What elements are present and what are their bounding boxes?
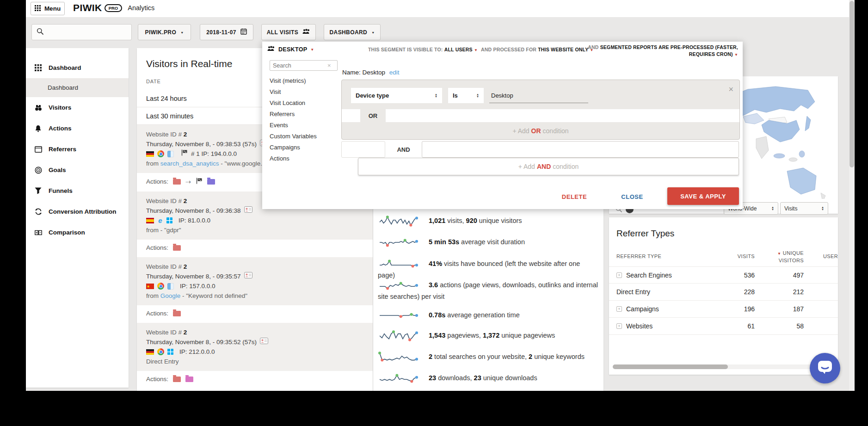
visit-datetime: Thursday, November 8, - 09:38:53 (57s) xyxy=(146,139,257,149)
dimension-group-campaigns[interactable]: Campaigns xyxy=(270,142,317,153)
macos-icon xyxy=(167,283,174,290)
condition-value-input[interactable]: Desktop xyxy=(489,88,588,103)
dimension-search[interactable]: × xyxy=(270,60,338,71)
chevron-down-icon: ▼ xyxy=(474,48,478,52)
toolbar-search[interactable] xyxy=(31,24,132,40)
segment-name-dropdown[interactable]: DESKTOP ▼ xyxy=(267,46,314,53)
visitor-profile-icon[interactable] xyxy=(260,337,268,347)
bell-icon xyxy=(34,125,42,132)
column-visits[interactable]: VISITS xyxy=(738,253,755,259)
sidebar-item-conversion-attribution[interactable]: Conversion Attribution xyxy=(26,201,129,222)
visit-datetime: Thursday, November 8, - 09:35:57 xyxy=(146,272,241,281)
page-folder-pink-icon[interactable] xyxy=(185,377,193,382)
panel-title: Referrer Types xyxy=(609,217,838,239)
clear-search-icon[interactable]: × xyxy=(327,62,331,69)
add-and-condition-button[interactable]: + AddANDcondition xyxy=(358,158,739,175)
operator-select[interactable]: Is ▲▼ xyxy=(448,88,484,103)
referrer-link[interactable]: Google xyxy=(160,292,181,299)
row-label: Websites xyxy=(626,322,653,330)
unique-visitors-value: 187 xyxy=(793,305,804,313)
visitor-profile-icon[interactable] xyxy=(244,272,252,281)
visibility-setting[interactable]: THIS SEGMENT IS VISIBLE TO: ALL USERS ▼ xyxy=(368,47,478,52)
edit-name-link[interactable]: edit xyxy=(389,69,400,76)
visitor-profile-icon[interactable] xyxy=(244,206,252,216)
sidebar-item-label: Referrers xyxy=(49,146,76,153)
date-picker-button[interactable]: 2018-11-07 xyxy=(200,24,253,40)
sidebar-item-actions[interactable]: Actions xyxy=(26,118,129,139)
metric-row-actions: 3.6 actions (page views, downloads, outl… xyxy=(378,278,599,301)
condition-group: Device type ▲▼ Is ▲▼ Desktop × OR + AddO… xyxy=(341,80,740,140)
dimension-search-input[interactable] xyxy=(273,62,327,69)
scrollbar-thumb[interactable] xyxy=(850,1,854,167)
expand-icon[interactable]: + xyxy=(616,306,622,312)
horizontal-scrollbar[interactable] xyxy=(613,364,834,369)
menu-button[interactable]: Menu xyxy=(31,2,65,15)
dimension-select[interactable]: Device type ▲▼ xyxy=(351,88,442,103)
scrollbar-thumb[interactable] xyxy=(613,364,728,369)
sidebar-item-visitors[interactable]: Visitors xyxy=(26,97,129,118)
map-metric-select[interactable]: Visits▲▼ xyxy=(780,202,828,215)
column-unique-visitors[interactable]: ▼ UNIQUE VISITORS xyxy=(763,250,804,264)
chat-widget-button[interactable] xyxy=(810,353,840,383)
flag-germany-icon xyxy=(146,349,154,355)
sidebar-item-comparison[interactable]: Comparison xyxy=(26,222,129,243)
sidebar-item-referrers[interactable]: Referrers xyxy=(26,139,129,160)
page-folder-red-icon[interactable] xyxy=(173,245,181,251)
dashboard-selector-button[interactable]: DASHBOARD▼ xyxy=(324,24,381,40)
close-button[interactable]: CLOSE xyxy=(611,188,653,205)
preprocessed-setting[interactable]: AND SEGMENTED REPORTS ARE PRE-PROCESSED … xyxy=(588,44,738,58)
sync-icon xyxy=(34,208,42,215)
dimension-group-visit-location[interactable]: Visit Location xyxy=(270,98,317,109)
expand-icon[interactable]: + xyxy=(616,272,622,278)
dimension-group-custom-variables[interactable]: Custom Variables xyxy=(270,131,317,142)
site-selector-button[interactable]: PIWIK.PRO▼ xyxy=(138,24,191,40)
people-icon xyxy=(267,46,275,53)
dimension-group-visit[interactable]: Visit xyxy=(270,86,317,98)
sidebar-subitem-dashboard[interactable]: Dashboard xyxy=(26,78,129,97)
dimension-group-actions[interactable]: Actions xyxy=(270,153,317,164)
metric-row-pageviews: 1,543 pageviews, 1,372 unique pageviews xyxy=(378,329,599,343)
metric-row-bounce: 41% visits have bounced (left the websit… xyxy=(378,257,599,280)
website-label: Website ID # xyxy=(146,198,182,204)
page-folder-red-icon[interactable] xyxy=(173,377,181,382)
operator-value: Is xyxy=(453,92,458,99)
segment-name-label: DESKTOP xyxy=(278,46,307,53)
date-label: 2018-11-07 xyxy=(206,29,236,36)
search-input[interactable] xyxy=(48,29,126,36)
sidebar-item-funnels[interactable]: Funnels xyxy=(26,180,129,201)
column-referrer-type[interactable]: REFERRER TYPE xyxy=(616,253,661,259)
visits-value: 536 xyxy=(744,272,755,279)
delete-button[interactable]: DELETE xyxy=(554,188,595,205)
expand-icon[interactable]: + xyxy=(616,323,622,329)
dimension-group-visit-metrics[interactable]: Visit (metrics) xyxy=(270,75,317,86)
segment-selector-button[interactable]: ALL VISITS xyxy=(261,24,316,40)
sidebar-item-goals[interactable]: Goals xyxy=(26,160,129,180)
select-arrows-icon: ▲▼ xyxy=(771,206,774,211)
windows-icon xyxy=(166,217,172,223)
column-users[interactable]: USERS xyxy=(823,253,838,259)
segment-editor-overlay: DESKTOP ▼ THIS SEGMENT IS VISIBLE TO: AL… xyxy=(262,42,743,209)
table-row-direct-entry[interactable]: Direct Entry 228 212 xyxy=(609,284,838,301)
processed-for-setting[interactable]: AND PROCESSED FOR THIS WEBSITE ONLY ▼ xyxy=(481,47,594,52)
segment-selector-label: ALL VISITS xyxy=(267,29,298,36)
dimension-group-referrers[interactable]: Referrers xyxy=(270,109,317,120)
page-folder-red-icon[interactable] xyxy=(173,179,181,185)
visit-meta: IP: 157.0.0.0 xyxy=(180,281,215,291)
select-arrows-icon: ▲▼ xyxy=(821,206,824,211)
page-folder-purple-icon[interactable] xyxy=(207,179,215,185)
save-apply-button[interactable]: SAVE & APPLY xyxy=(667,187,739,205)
metric-row-duration: 5 min 53s average visit duration xyxy=(378,235,599,249)
add-or-condition-button[interactable]: + AddORcondition xyxy=(342,122,739,140)
table-row-websites[interactable]: + Websites 61 58 xyxy=(609,318,838,335)
vertical-scrollbar[interactable] xyxy=(849,0,855,391)
table-row-search-engines[interactable]: + Search Engines 536 497 xyxy=(609,266,838,284)
referrer-link[interactable]: search_dsa_anaytics xyxy=(160,160,219,167)
sidebar-item-dashboard[interactable]: Dashboard xyxy=(26,57,129,78)
page-folder-red-icon[interactable] xyxy=(173,311,181,316)
select-arrows-icon: ▲▼ xyxy=(476,93,479,98)
table-row-campaigns[interactable]: + Campaigns 196 187 xyxy=(609,301,838,318)
visits-value: 61 xyxy=(747,322,755,330)
screen: Menu PIWIK PRO Analytics PIWIK.PRO▼ 2018… xyxy=(0,0,868,426)
dimension-group-events[interactable]: Events xyxy=(270,120,317,131)
remove-condition-icon[interactable]: × xyxy=(728,85,733,94)
